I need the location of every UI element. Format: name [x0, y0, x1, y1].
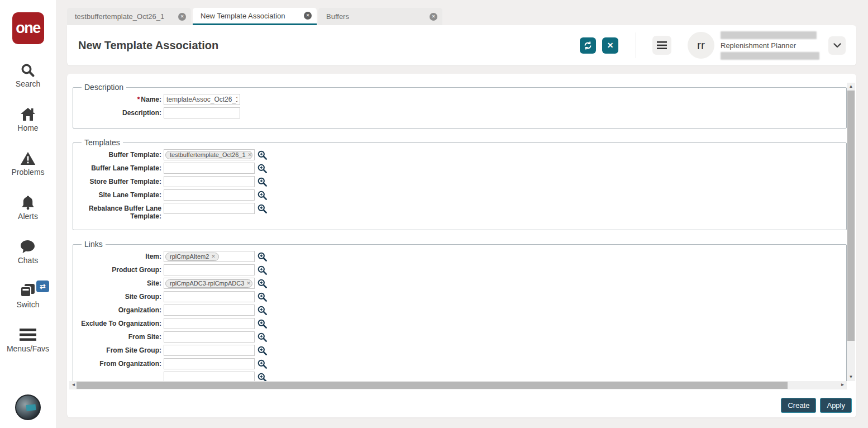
scroll-up-arrow-icon[interactable]: ▲: [847, 83, 855, 91]
refresh-button[interactable]: [580, 37, 596, 54]
zoom-in-lookup-icon[interactable]: [257, 177, 267, 187]
zoom-in-lookup-icon[interactable]: [257, 191, 267, 200]
sidebar-item-label: Menus/Favs: [7, 344, 49, 353]
exclude-to-organization-lookup-field[interactable]: [164, 318, 255, 329]
from-site-group-lookup-field[interactable]: [164, 345, 255, 356]
user-role: Replenishment Planner: [721, 41, 819, 50]
assistant-logo-icon[interactable]: [15, 394, 41, 420]
user-info: Replenishment Planner: [721, 31, 819, 60]
tab-close-icon[interactable]: ✕: [178, 13, 186, 21]
site-lookup-field[interactable]: rplCmpADC3-rplCmpADC3✕: [164, 278, 255, 289]
product-group-lookup-field[interactable]: [164, 264, 255, 275]
field-control: [164, 107, 240, 118]
header-divider: [636, 32, 636, 58]
buffer-lane-template-lookup-field[interactable]: [164, 163, 255, 174]
form-row-store-buffer-template: Store Buffer Template:: [79, 176, 841, 187]
tab-close-icon[interactable]: ✕: [304, 12, 312, 20]
zoom-in-lookup-icon[interactable]: [257, 359, 267, 369]
sidebar-item-switch[interactable]: ⇄Switch: [16, 283, 39, 309]
section-links: LinksItem:rplCmpAItem2✕Product Group:Sit…: [73, 240, 847, 381]
sidebar-item-chats[interactable]: Chats: [18, 239, 39, 265]
hamburger-icon: [657, 41, 667, 49]
form-row-field: [79, 372, 841, 381]
zoom-in-lookup-icon[interactable]: [257, 292, 267, 302]
apply-button[interactable]: Apply: [820, 398, 852, 413]
form-row-from-site: From Site:: [79, 331, 841, 343]
field-label: Item:: [79, 251, 161, 260]
from-organization-lookup-field[interactable]: [164, 358, 255, 369]
sidebar-nav: SearchHomeProblemsAlertsChats⇄SwitchMenu…: [0, 62, 56, 353]
assistant-logo-detail: [26, 404, 36, 411]
sidebar-item-search[interactable]: Search: [16, 62, 40, 88]
scroll-right-arrow-icon[interactable]: ►: [838, 381, 847, 389]
chip-remove-icon[interactable]: ✕: [246, 280, 251, 286]
zoom-in-lookup-icon[interactable]: [257, 150, 267, 160]
chip-remove-icon[interactable]: ✕: [248, 152, 252, 158]
one-logo[interactable]: one: [12, 12, 44, 44]
field-control: [164, 291, 267, 302]
zoom-in-lookup-icon[interactable]: [257, 252, 267, 261]
item-lookup-field[interactable]: rplCmpAItem2✕: [164, 251, 255, 262]
form-row-name: *Name:: [79, 94, 841, 105]
zoom-in-lookup-icon[interactable]: [257, 373, 267, 381]
close-button[interactable]: ✕: [602, 37, 618, 54]
chip-label: testbuffertemplate_Oct26_1: [170, 151, 246, 158]
sidebar-item-menus-favs[interactable]: Menus/Favs: [7, 327, 49, 353]
user-avatar[interactable]: rr: [688, 32, 714, 59]
horizontal-scroll-thumb[interactable]: [77, 382, 788, 389]
description-input[interactable]: [164, 107, 240, 118]
site-lane-template-lookup-field[interactable]: [164, 189, 255, 201]
zoom-in-lookup-icon[interactable]: [257, 319, 267, 329]
field-label: Product Group:: [79, 264, 161, 274]
user-menu-button[interactable]: [828, 36, 846, 55]
sidebar-item-label: Chats: [18, 256, 39, 265]
vertical-scroll-thumb[interactable]: [847, 91, 855, 341]
create-button[interactable]: Create: [781, 398, 816, 413]
sidebar-item-label: Alerts: [18, 212, 38, 221]
zoom-in-lookup-icon[interactable]: [257, 332, 267, 342]
tab-bar: testbuffertemplate_Oct26_1✕New Template …: [56, 0, 868, 25]
field-lookup-field[interactable]: [164, 372, 255, 381]
zoom-in-lookup-icon[interactable]: [257, 306, 267, 315]
zoom-in-lookup-icon[interactable]: [257, 204, 267, 213]
scroll-down-arrow-icon[interactable]: ▼: [847, 373, 855, 381]
vertical-scrollbar[interactable]: ▲ ▼: [847, 83, 855, 381]
sidebar-item-alerts[interactable]: Alerts: [18, 194, 38, 221]
search-icon: [20, 62, 35, 78]
warning-triangle-icon: [20, 150, 36, 166]
field-label: Site Group:: [79, 291, 161, 301]
zoom-in-lookup-icon[interactable]: [257, 279, 267, 288]
name-input[interactable]: [164, 94, 240, 105]
selected-value-chip: rplCmpADC3-rplCmpADC3✕: [165, 279, 252, 288]
tab-testbuffertemplate[interactable]: testbuffertemplate_Oct26_1✕: [67, 8, 191, 25]
selected-value-chip: testbuffertemplate_Oct26_1✕: [165, 151, 252, 159]
rebalance-buffer-lane-template-lookup-field[interactable]: [164, 203, 255, 214]
buffer-template-lookup-field[interactable]: testbuffertemplate_Oct26_1✕: [164, 149, 255, 160]
form-row-from-site-group: From Site Group:: [79, 345, 841, 356]
chip-remove-icon[interactable]: ✕: [211, 254, 216, 259]
form-row-from-organization: From Organization:: [79, 358, 841, 369]
form-row-item: Item:rplCmpAItem2✕: [79, 251, 841, 262]
field-control: [164, 163, 267, 174]
bell-icon: [21, 194, 35, 210]
zoom-in-lookup-icon[interactable]: [257, 164, 267, 173]
organization-lookup-field[interactable]: [164, 305, 255, 316]
horizontal-scrollbar[interactable]: ◄ ►: [69, 381, 847, 389]
switch-badge-icon[interactable]: ⇄: [36, 280, 49, 292]
store-buffer-template-lookup-field[interactable]: [164, 176, 255, 187]
zoom-in-lookup-icon[interactable]: [257, 346, 267, 355]
menu-button[interactable]: [652, 36, 671, 55]
sidebar-item-problems[interactable]: Problems: [11, 150, 44, 177]
zoom-in-lookup-icon[interactable]: [257, 265, 267, 275]
tab-new-template-association[interactable]: New Template Association✕: [193, 8, 317, 25]
from-site-lookup-field[interactable]: [164, 331, 255, 343]
tab-buffers[interactable]: Buffers✕: [318, 8, 442, 25]
sidebar-item-home[interactable]: Home: [17, 106, 38, 132]
field-control: [164, 358, 267, 369]
tab-close-icon[interactable]: ✕: [430, 13, 437, 21]
hamburger-icon: [20, 327, 36, 343]
site-group-lookup-field[interactable]: [164, 291, 255, 302]
form-row-exclude-to-organization: Exclude To Organization:: [79, 318, 841, 329]
field-label: Buffer Lane Template:: [79, 163, 161, 172]
field-label: Exclude To Organization:: [79, 318, 161, 327]
